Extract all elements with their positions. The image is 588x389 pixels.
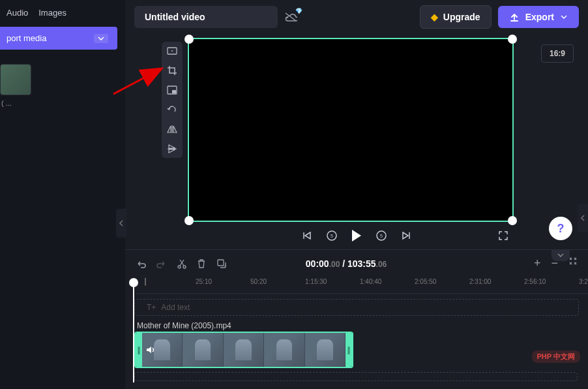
svg-text:+: + — [224, 263, 227, 269]
svg-text:5: 5 — [380, 234, 383, 238]
chevron-down-icon — [561, 15, 567, 19]
svg-rect-6 — [218, 260, 224, 266]
clip-trim-right[interactable]: ║ — [345, 333, 352, 367]
svg-point-5 — [183, 266, 186, 268]
clip-trim-left[interactable]: ║ — [136, 333, 142, 367]
right-panel-toggle[interactable] — [578, 204, 588, 232]
rewind-5s-icon[interactable]: 5 — [326, 230, 338, 241]
sidebar: Audio Images port media ( ... — [0, 0, 125, 389]
svg-point-4 — [178, 266, 181, 268]
flip-h-tool-icon[interactable] — [166, 124, 179, 134]
chevron-down-icon[interactable] — [94, 34, 108, 43]
export-button[interactable]: Export — [498, 6, 579, 28]
aspect-ratio-button[interactable]: 16:9 — [541, 44, 574, 63]
video-title-input[interactable] — [134, 6, 278, 28]
tab-images[interactable]: Images — [38, 8, 66, 18]
svg-rect-11 — [172, 90, 176, 93]
split-icon[interactable] — [177, 258, 186, 269]
ruler-tick: 1:40:40 — [360, 278, 381, 285]
upload-icon — [510, 12, 519, 22]
redo-icon[interactable] — [156, 259, 167, 268]
svg-point-9 — [171, 50, 173, 52]
ruler-tick: 25:10 — [196, 278, 212, 285]
clip-thumbnails — [142, 333, 345, 367]
time-display: 00:00.00 / 103:55.06 — [306, 258, 387, 269]
ruler-tick: 2:56:10 — [524, 278, 546, 285]
media-label: ( ... — [1, 99, 125, 107]
playback-controls: 5 5 — [125, 222, 588, 249]
add-text-track[interactable]: T+ Add text — [134, 299, 579, 316]
media-thumbnail[interactable] — [0, 64, 31, 95]
watermark: PHP 中文网 — [532, 350, 580, 363]
text-icon: T+ — [147, 303, 156, 312]
ruler-tick: 1:15:30 — [305, 278, 327, 285]
ruler-tick: 2:31:00 — [469, 278, 491, 285]
timeline-toolbar: + 00:00.00 / 103:55.06 + − — [125, 249, 588, 277]
clip-label: Mother of Mine (2005).mp4 — [134, 320, 579, 332]
expand-panel-toggle[interactable] — [551, 249, 570, 261]
audio-icon[interactable] — [145, 344, 156, 356]
zoom-in-icon[interactable]: + — [534, 257, 541, 270]
play-button[interactable] — [352, 230, 361, 241]
ruler-tick: 50:20 — [250, 278, 267, 285]
skip-start-icon[interactable] — [302, 231, 312, 240]
fullscreen-icon[interactable] — [498, 230, 508, 241]
topbar: 💎 ◆ Upgrade Export — [125, 0, 588, 34]
delete-icon[interactable] — [197, 258, 206, 269]
playhead[interactable] — [133, 279, 134, 382]
resize-handle-tr[interactable] — [508, 35, 517, 44]
forward-5s-icon[interactable]: 5 — [375, 230, 387, 241]
empty-track[interactable] — [134, 372, 578, 381]
ruler-tick: 2:05:50 — [415, 278, 436, 285]
svg-text:5: 5 — [331, 234, 333, 238]
track-area: T+ Add text Mother of Mine (2005).mp4 ║ … — [125, 294, 588, 381]
crop-tool-icon[interactable] — [166, 65, 179, 76]
fit-icon[interactable] — [568, 257, 578, 270]
help-button[interactable]: ? — [549, 217, 572, 240]
import-media-button[interactable]: port media — [0, 27, 117, 50]
preview-tools — [162, 42, 183, 158]
ruler-tick: 3:2 — [579, 278, 588, 285]
diamond-icon: ◆ — [431, 12, 438, 22]
timeline-ruler[interactable]: ┃ 25:10 50:20 1:15:30 1:40:40 2:05:50 2:… — [136, 277, 588, 294]
pip-tool-icon[interactable] — [166, 85, 179, 95]
diamond-badge-icon: 💎 — [295, 8, 302, 14]
rotate-tool-icon[interactable] — [166, 104, 179, 115]
cloud-off-icon[interactable]: 💎 — [284, 12, 297, 22]
undo-icon[interactable] — [136, 259, 146, 268]
duplicate-icon[interactable]: + — [216, 258, 227, 269]
ruler-playhead-mark: ┃ — [143, 278, 147, 285]
tab-audio[interactable]: Audio — [7, 8, 28, 18]
resize-handle-tl[interactable] — [184, 35, 194, 44]
fit-tool-icon[interactable] — [166, 46, 179, 56]
flip-v-tool-icon[interactable] — [166, 144, 179, 154]
video-clip[interactable]: ║ ║ — [134, 332, 353, 368]
skip-end-icon[interactable] — [402, 231, 411, 240]
upgrade-button[interactable]: ◆ Upgrade — [420, 5, 492, 29]
video-preview[interactable] — [188, 38, 514, 222]
